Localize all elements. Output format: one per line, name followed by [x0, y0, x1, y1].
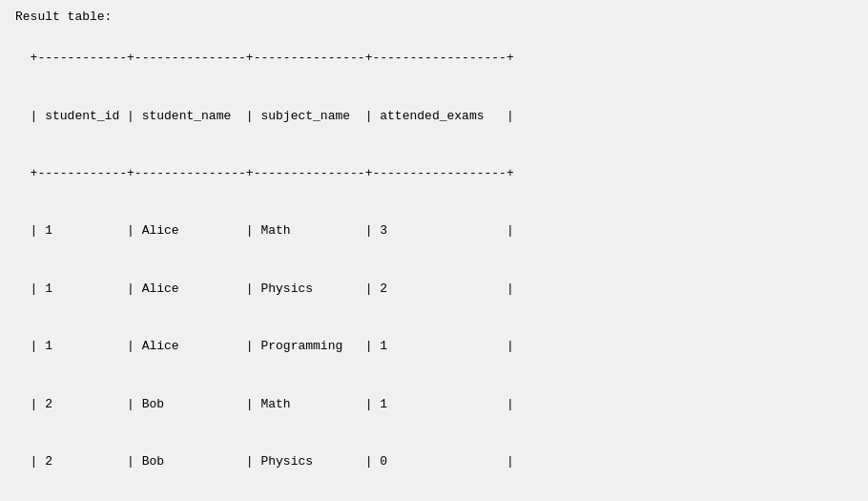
table-row: | 1 | Alice | Programming | 1 | — [31, 339, 514, 353]
table-row: | 1 | Alice | Math | 3 | — [31, 223, 514, 238]
table-row: | 1 | Alice | Physics | 2 | — [31, 282, 514, 296]
table-header: | student_id | student_name | subject_na… — [31, 109, 514, 123]
table-row: | 2 | Bob | Physics | 0 | — [31, 454, 514, 469]
table-separator-mid: +------------+---------------+----------… — [31, 166, 514, 180]
result-label: Result table: — [15, 10, 853, 24]
result-table: +------------+---------------+----------… — [15, 30, 853, 501]
table-separator-top: +------------+---------------+----------… — [31, 51, 514, 65]
table-row: | 2 | Bob | Math | 1 | — [31, 397, 514, 411]
